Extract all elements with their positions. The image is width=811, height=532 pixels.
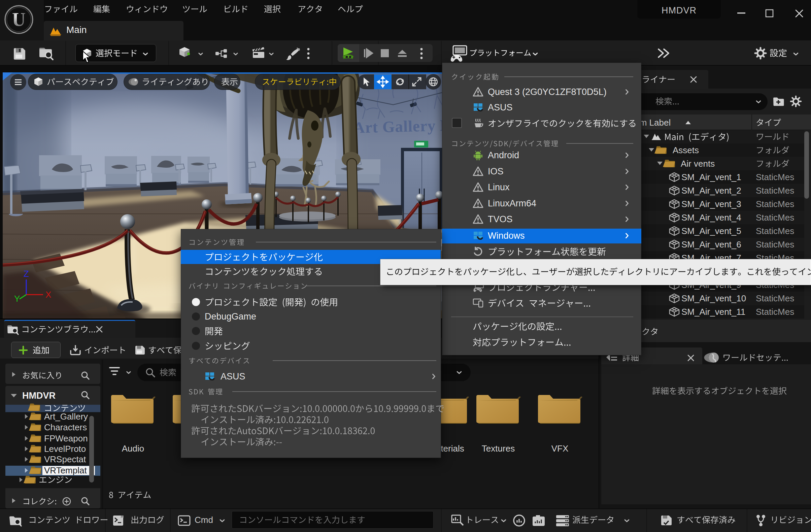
svg-text:X: X <box>45 290 51 300</box>
svg-text:U: U <box>12 9 26 30</box>
svg-text:Z: Z <box>24 269 29 279</box>
svg-text:Art Gallery M: Art Gallery M <box>353 116 442 136</box>
svg-text:Y: Y <box>14 294 20 304</box>
